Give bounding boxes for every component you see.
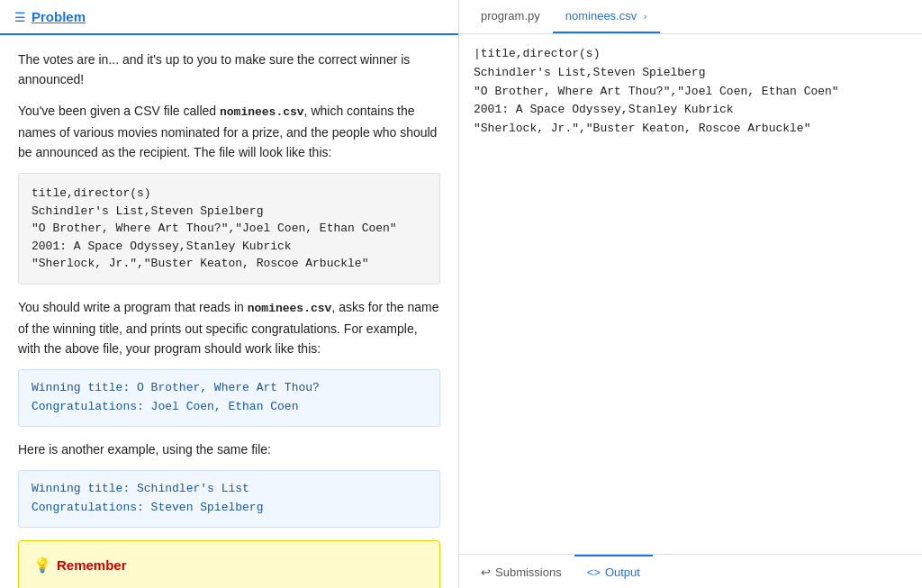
- tab-arrow: ›: [644, 11, 647, 22]
- output-label: Output: [605, 565, 640, 579]
- problem-header: ☰ Problem: [0, 0, 458, 35]
- remember-title: 💡 Remember: [33, 554, 425, 577]
- output-example-2: Winning title: Schindler's List Congratu…: [18, 470, 440, 528]
- problem-title: Problem: [32, 9, 86, 24]
- right-panel: program.py nominees.csv › title,director…: [459, 0, 922, 588]
- problem-icon: ☰: [14, 10, 26, 24]
- intro-paragraph-1: The votes are in... and it's up to you t…: [18, 50, 440, 90]
- mid1-text: You should write a program that reads in: [18, 300, 248, 314]
- output-icon: <>: [587, 565, 601, 579]
- left-content: The votes are in... and it's up to you t…: [0, 35, 458, 588]
- output2-line1: Winning title: Schindler's List: [32, 482, 249, 495]
- intro-paragraph-2: You've been given a CSV file called nomi…: [18, 101, 440, 163]
- cursor: [474, 47, 481, 60]
- right-tab-bar: program.py nominees.csv ›: [459, 0, 922, 34]
- remember-text: Don't hard-code these substitutions, as …: [33, 584, 425, 588]
- bottom-tab-bar: ↩ Submissions <> Output: [459, 554, 922, 588]
- output2-line2: Congratulations: Steven Spielberg: [32, 501, 263, 514]
- output1-line2: Congratulations: Joel Coen, Ethan Coen: [32, 400, 298, 413]
- csv-code-block: title,director(s) Schindler's List,Steve…: [18, 173, 440, 285]
- filename1: nominees.csv: [220, 105, 304, 119]
- remember-box: 💡 Remember Don't hard-code these substit…: [18, 540, 440, 588]
- right-code-editor: title,director(s) Schindler's List,Steve…: [459, 34, 922, 554]
- intro2-text: You've been given a CSV file called: [18, 104, 220, 118]
- remember-icon: 💡: [33, 554, 51, 577]
- submissions-icon: ↩: [481, 565, 491, 579]
- mid-paragraph-2: Here is another example, using the same …: [18, 439, 440, 459]
- tab-output[interactable]: <> Output: [574, 555, 653, 588]
- output-example-1: Winning title: O Brother, Where Art Thou…: [18, 369, 440, 427]
- mid-paragraph-1: You should write a program that reads in…: [18, 297, 440, 359]
- tab-program-py[interactable]: program.py: [468, 0, 553, 33]
- tab-nominees-csv[interactable]: nominees.csv ›: [553, 0, 660, 33]
- filename2: nominees.csv: [248, 302, 332, 315]
- remember-title-text: Remember: [57, 555, 127, 576]
- tab-submissions[interactable]: ↩ Submissions: [468, 555, 574, 588]
- submissions-label: Submissions: [495, 565, 562, 579]
- left-panel: ☰ Problem The votes are in... and it's u…: [0, 0, 459, 588]
- output1-line1: Winning title: O Brother, Where Art Thou…: [32, 381, 320, 394]
